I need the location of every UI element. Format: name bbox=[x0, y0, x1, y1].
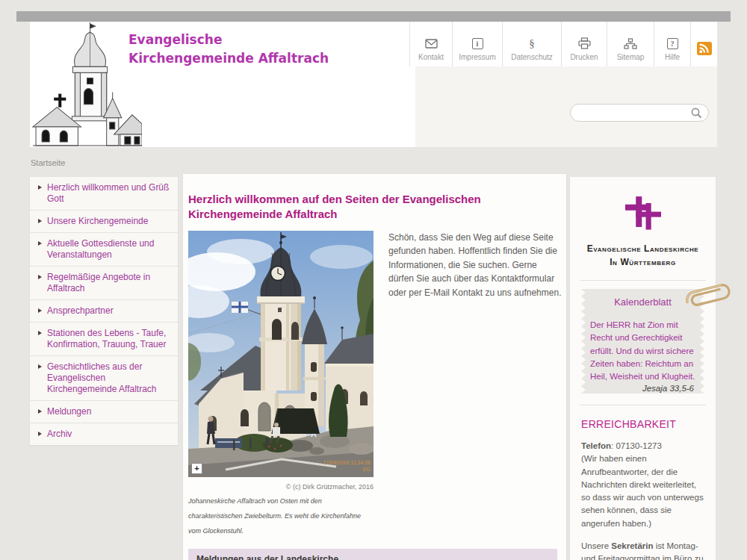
main-content: Herzlich willkommen auf den Seiten der E… bbox=[183, 174, 566, 560]
nav-drucken[interactable]: Drucken bbox=[561, 22, 607, 66]
sitemap-icon bbox=[624, 37, 637, 50]
sidebar-item-label: Aktuelle Gottesdienste und Veranstaltung… bbox=[47, 238, 154, 260]
sidebar-item-label: Meldungen bbox=[47, 406, 91, 417]
arrow-icon bbox=[38, 275, 42, 279]
intro-row: 17/09/2016 11:14:26 DG + © (c) Dirk Grüt… bbox=[188, 231, 566, 539]
site-title: Evangelische Kirchengemeinde Affaltrach bbox=[128, 31, 329, 67]
help-icon: ? bbox=[667, 37, 678, 50]
church-photo[interactable]: 17/09/2016 11:14:26 DG + bbox=[188, 231, 374, 477]
photo-column: 17/09/2016 11:14:26 DG + © (c) Dirk Grüt… bbox=[188, 231, 376, 539]
breadcrumb[interactable]: Startseite bbox=[31, 158, 65, 167]
landeskirche-logo[interactable]: Evangelische Landeskirche In Württemberg bbox=[581, 196, 704, 269]
nav-label: Impressum bbox=[459, 53, 495, 61]
arrow-icon bbox=[38, 241, 42, 246]
sidebar-item-label: Geschichtliches aus der Evangelischen Ki… bbox=[47, 361, 157, 394]
page-title: Herzlich willkommen auf den Seiten der E… bbox=[188, 192, 552, 223]
printer-icon bbox=[578, 37, 591, 50]
double-cross-icon bbox=[625, 196, 661, 234]
kalenderblatt-card: Kalenderblatt Der HERR hat Zion mit Rech… bbox=[581, 289, 704, 393]
nav-label: Kontakt bbox=[418, 53, 444, 61]
arrow-icon bbox=[38, 331, 42, 335]
sidebar-item-ansprechpartner[interactable]: Ansprechpartner bbox=[30, 299, 178, 322]
landeskirche-name-line2: In Württemberg bbox=[581, 255, 704, 269]
sidebar-item-archiv[interactable]: Archiv bbox=[30, 423, 178, 445]
info-icon: i bbox=[472, 37, 483, 50]
telefon-value: : 07130-1273 bbox=[611, 441, 662, 450]
church-photo-image bbox=[188, 231, 374, 477]
church-logo[interactable] bbox=[31, 18, 142, 148]
site-title-line1: Evangelische bbox=[128, 31, 329, 49]
sidebar-item-label: Ansprechpartner bbox=[47, 305, 114, 316]
nav-impressum[interactable]: i Impressum bbox=[452, 22, 502, 66]
landeskirche-name-line1: Evangelische Landeskirche bbox=[581, 242, 704, 255]
search-icon[interactable] bbox=[691, 108, 702, 119]
sidebar-menu: Herzlich willkommen und Grüß Gott Unsere… bbox=[30, 177, 178, 445]
rss-button[interactable] bbox=[690, 22, 717, 66]
nav-hilfe[interactable]: ? Hilfe bbox=[654, 22, 690, 66]
header: Evangelische Kirchengemeinde Affaltrach … bbox=[30, 22, 717, 147]
arrow-icon bbox=[38, 409, 42, 414]
nav-sitemap[interactable]: Sitemap bbox=[607, 22, 654, 66]
section-icon: § bbox=[529, 37, 535, 50]
telefon-note: (Wir haben einen Anrufbeantworter, der d… bbox=[581, 452, 704, 530]
telefon-label: Telefon bbox=[581, 441, 611, 450]
nav-label: Datenschutz bbox=[511, 53, 553, 61]
arrow-icon bbox=[38, 219, 42, 223]
news-bar-title[interactable]: Meldungen aus der Landeskirche bbox=[196, 554, 338, 560]
arrow-icon bbox=[38, 308, 42, 313]
zigzag-edge bbox=[581, 289, 586, 393]
sidebar-item-meldungen[interactable]: Meldungen bbox=[30, 400, 178, 423]
page: Evangelische Kirchengemeinde Affaltrach … bbox=[0, 0, 747, 560]
kalenderblatt-source: Jesaja 33,5-6 bbox=[592, 384, 694, 393]
sidebar-item-willkommen[interactable]: Herzlich willkommen und Grüß Gott bbox=[30, 177, 178, 210]
news-bar: Meldungen aus der Landeskirche bbox=[188, 549, 557, 560]
photo-zoom-button[interactable]: + bbox=[191, 463, 202, 474]
erreichbarkeit-title: ERREICHBARKEIT bbox=[581, 418, 704, 430]
sidebar-item-angebote[interactable]: Regelmäßige Angebote in Affaltrach bbox=[30, 266, 178, 299]
kalenderblatt-verse: Der HERR hat Zion mit Recht und Gerechti… bbox=[590, 319, 695, 383]
photo-copyright: © (c) Dirk Grützmacher, 2016 bbox=[188, 483, 374, 491]
sidebar-item-kirchengemeinde[interactable]: Unsere Kirchengemeinde bbox=[30, 210, 178, 232]
sidebar-item-label: Regelmäßige Angebote in Affaltrach bbox=[47, 272, 150, 293]
sekretaerin-bold: Sekretärin bbox=[611, 541, 653, 550]
divider bbox=[580, 280, 706, 281]
arrow-icon bbox=[38, 185, 42, 190]
nav-datenschutz[interactable]: § Datenschutz bbox=[502, 22, 561, 66]
right-sidebar: Evangelische Landeskirche In Württemberg… bbox=[570, 177, 716, 560]
nav-label: Sitemap bbox=[617, 53, 645, 61]
nav-label: Hilfe bbox=[665, 53, 680, 61]
sidebar-item-label: Unsere Kirchengemeinde bbox=[47, 216, 148, 226]
arrow-icon bbox=[38, 364, 42, 369]
photo-timestamp: 17/09/2016 11:14:26 DG bbox=[323, 460, 371, 473]
sidebar-item-geschichtliches[interactable]: Geschichtliches aus der Evangelischen Ki… bbox=[30, 355, 178, 400]
nav-label: Drucken bbox=[570, 53, 598, 61]
sidebar-item-stationen[interactable]: Stationen des Lebens - Taufe, Konfirmati… bbox=[30, 322, 178, 355]
mail-icon bbox=[425, 37, 438, 50]
service-nav: Kontakt i Impressum § Datenschutz Drucke… bbox=[409, 22, 690, 66]
telefon-paragraph: Telefon: 07130-1273 (Wir haben einen Anr… bbox=[581, 440, 704, 530]
search-input[interactable] bbox=[570, 104, 709, 122]
rss-icon bbox=[697, 42, 712, 55]
sidebar-item-label: Herzlich willkommen und Grüß Gott bbox=[47, 182, 169, 204]
photo-caption: Johanneskirche Affaltrach von Osten mit … bbox=[188, 494, 375, 539]
paperclip-icon bbox=[675, 274, 739, 319]
nav-kontakt[interactable]: Kontakt bbox=[409, 22, 452, 66]
site-title-line2: Kirchengemeinde Affaltrach bbox=[128, 49, 329, 68]
sidebar-item-gottesdienste[interactable]: Aktuelle Gottesdienste und Veranstaltung… bbox=[30, 232, 178, 266]
divider bbox=[580, 405, 706, 405]
buero-paragraph: Unsere Sekretärin ist Montag- und Freita… bbox=[581, 540, 704, 560]
intro-text: Schön, dass Sie den Weg auf diese Seite … bbox=[388, 231, 562, 300]
sidebar-item-label: Stationen des Lebens - Taufe, Konfirmati… bbox=[47, 328, 166, 349]
sidebar-item-label: Archiv bbox=[47, 429, 72, 439]
arrow-icon bbox=[38, 432, 42, 436]
search bbox=[570, 104, 709, 122]
